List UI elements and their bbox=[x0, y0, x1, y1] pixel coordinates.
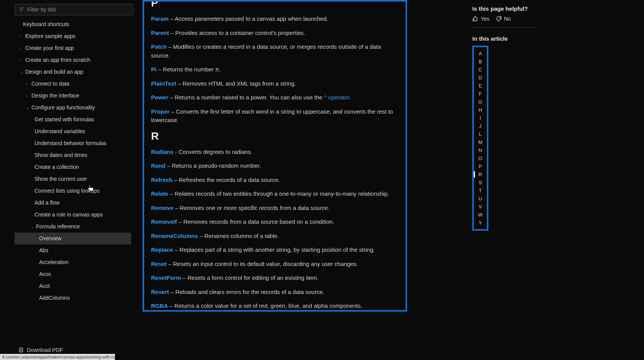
thumbs-up-icon bbox=[472, 16, 478, 22]
nav-item-label: Get started with formulas bbox=[34, 116, 94, 124]
nav-item[interactable]: Show dates and times bbox=[15, 149, 131, 161]
toc-box: ABCDEFGHIJLMNOPRSTUVWY bbox=[472, 46, 488, 231]
toc-item[interactable]: L bbox=[477, 130, 484, 138]
formula-link[interactable]: RenameColumns bbox=[151, 233, 198, 239]
toc-item[interactable]: U bbox=[477, 195, 484, 203]
toc-item[interactable]: I bbox=[477, 114, 484, 122]
nav-item[interactable]: Understand variables bbox=[15, 126, 131, 137]
formula-link[interactable]: Proper bbox=[151, 108, 169, 115]
formula-entry: RGBA – Returns a color value for a set o… bbox=[151, 302, 399, 310]
nav-item[interactable]: Understand behavior formulas bbox=[15, 137, 131, 149]
formula-link[interactable]: Relate bbox=[151, 190, 168, 197]
helpful-buttons: Yes No bbox=[472, 16, 537, 28]
toc-item[interactable]: R bbox=[477, 170, 484, 178]
nav-item[interactable]: Abs bbox=[15, 244, 131, 256]
chevron-down-icon: ⌄ bbox=[20, 69, 24, 75]
nav-item[interactable]: ⌄Formula reference bbox=[15, 221, 131, 233]
nav-item[interactable]: Acot bbox=[15, 280, 131, 292]
nav-item[interactable]: Acos bbox=[15, 268, 131, 280]
toc-item[interactable]: S bbox=[477, 178, 484, 187]
formula-link[interactable]: Refresh bbox=[151, 177, 172, 183]
formula-entry: Parent – Provides access to a container … bbox=[151, 29, 399, 38]
yes-button[interactable]: Yes bbox=[472, 16, 490, 22]
formula-link[interactable]: Power bbox=[151, 94, 168, 101]
formula-link[interactable]: Reset bbox=[151, 261, 167, 267]
nav-item[interactable]: Acceleration bbox=[15, 256, 131, 268]
nav-item[interactable]: Get started with formulas bbox=[15, 114, 131, 126]
nav-item[interactable]: Keyboard shortcuts bbox=[15, 18, 131, 30]
formula-link[interactable]: Patch bbox=[151, 43, 167, 50]
formula-entry: Relate – Relates records of two entities… bbox=[151, 190, 399, 198]
formula-link[interactable]: Parent bbox=[151, 30, 169, 36]
section-heading: R bbox=[151, 130, 399, 142]
nav-item-label: Create an app from scratch bbox=[25, 56, 90, 64]
formula-link[interactable]: Revert bbox=[151, 289, 169, 295]
no-button[interactable]: No bbox=[496, 16, 511, 22]
toc-item[interactable]: C bbox=[477, 66, 484, 74]
formula-link[interactable]: Pi bbox=[151, 66, 156, 73]
formula-description: – Provides access to a container control… bbox=[169, 30, 306, 36]
formula-link[interactable]: Rand bbox=[151, 162, 166, 169]
formula-link[interactable]: Radians bbox=[151, 149, 173, 155]
chevron-down-icon: ⌄ bbox=[31, 224, 34, 230]
nav-item[interactable]: Connect lists using lookups bbox=[15, 185, 131, 197]
nav-tree[interactable]: Keyboard shortcuts›Explore sample apps›C… bbox=[15, 18, 133, 307]
nav-item[interactable]: AddColumns bbox=[15, 292, 131, 304]
left-sidebar: Keyboard shortcuts›Explore sample apps›C… bbox=[15, 4, 133, 307]
toc-item[interactable]: D bbox=[477, 74, 484, 82]
formula-link[interactable]: RGBA bbox=[151, 302, 168, 309]
helpful-title: Is this page helpful? bbox=[472, 5, 537, 12]
chevron-right-icon: › bbox=[26, 81, 30, 87]
nav-item[interactable]: Create a rule in canvas apps bbox=[15, 209, 131, 221]
formula-link[interactable]: PlainText bbox=[151, 80, 176, 87]
nav-item-label: Formula reference bbox=[36, 223, 80, 231]
in-this-article-title: In this article bbox=[472, 35, 537, 42]
toc-item[interactable]: Y bbox=[477, 219, 484, 227]
formula-link[interactable]: ResetForm bbox=[151, 274, 181, 281]
nav-item[interactable]: ›Create your first app bbox=[15, 42, 131, 54]
toc-item[interactable]: M bbox=[477, 138, 484, 146]
toc-item[interactable]: H bbox=[477, 106, 484, 114]
nav-item[interactable]: ⌄Design and build an app bbox=[15, 66, 131, 78]
formula-entry: Replace – Replaces part of a string with… bbox=[151, 246, 399, 254]
nav-item-label: Design and build an app bbox=[25, 68, 83, 76]
nav-item[interactable]: ›Explore sample apps bbox=[15, 30, 131, 42]
toc-item[interactable]: A bbox=[477, 50, 484, 58]
toc-item[interactable]: P bbox=[477, 162, 484, 170]
toc-item[interactable]: F bbox=[477, 90, 484, 98]
nav-item[interactable]: ›Create an app from scratch bbox=[15, 54, 131, 66]
toc-item[interactable]: T bbox=[477, 187, 484, 195]
filter-input[interactable] bbox=[27, 7, 129, 13]
formula-description: - Converts degrees to radians. bbox=[173, 149, 252, 155]
nav-item-label: Connect to data bbox=[31, 80, 69, 88]
formula-link[interactable]: RemoveIf bbox=[151, 218, 177, 225]
download-icon bbox=[18, 347, 24, 353]
nav-item[interactable]: ⌄Configure app functionality bbox=[15, 102, 131, 114]
toc-item[interactable]: E bbox=[477, 82, 484, 90]
toc-item[interactable]: W bbox=[477, 211, 484, 219]
nav-item-label: And bbox=[39, 306, 49, 307]
nav-item[interactable]: Create a collection bbox=[15, 161, 131, 173]
nav-item-label: Create your first app bbox=[25, 44, 74, 52]
nav-item[interactable]: And bbox=[15, 304, 131, 307]
main-content: PParam – Access parameters passed to a c… bbox=[143, 0, 407, 312]
nav-item[interactable]: Add a flow bbox=[15, 197, 131, 209]
nav-item-label: Overview bbox=[39, 234, 61, 243]
formula-link[interactable]: Param bbox=[151, 15, 169, 22]
nav-item-label: Show the current user bbox=[34, 175, 87, 183]
toc-item[interactable]: J bbox=[477, 122, 484, 130]
nav-item-label: Design the interface bbox=[31, 92, 79, 100]
nav-item[interactable]: ›Connect to data bbox=[15, 78, 131, 90]
nav-item[interactable]: Show the current user bbox=[15, 173, 131, 185]
nav-item[interactable]: ›Design the interface bbox=[15, 90, 131, 102]
nav-item[interactable]: Overview bbox=[15, 233, 131, 244]
toc-item[interactable]: G bbox=[477, 98, 484, 106]
toc-item[interactable]: B bbox=[477, 58, 484, 66]
formula-link[interactable]: Replace bbox=[151, 246, 173, 253]
toc-item[interactable]: V bbox=[477, 203, 484, 211]
toc-item[interactable]: O bbox=[477, 154, 484, 162]
inline-link[interactable]: ^ operator bbox=[324, 94, 349, 101]
formula-entry: Pi – Returns the number π. bbox=[151, 65, 399, 74]
toc-item[interactable]: N bbox=[477, 146, 484, 154]
formula-link[interactable]: Remove bbox=[151, 205, 173, 211]
